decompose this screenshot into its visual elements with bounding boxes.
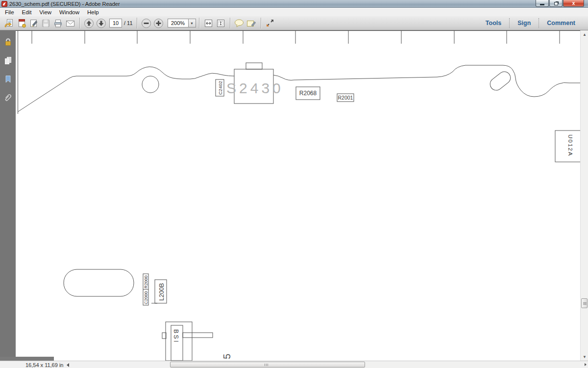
document-page[interactable]: S2430 C2402 R2068 R2001 U012A R2000 C200… <box>16 30 580 361</box>
label-u012a: U012A <box>567 134 573 157</box>
toolbar-right-group: Tools Sign Comment <box>478 16 588 30</box>
triangle-down-icon: ▼ <box>583 355 587 359</box>
slot-cutout <box>488 69 513 93</box>
page-number-input[interactable] <box>109 19 122 27</box>
menu-window[interactable]: Window <box>55 9 83 16</box>
pages-icon <box>4 56 12 65</box>
board-outline-left <box>18 67 234 112</box>
close-icon: x <box>572 0 575 6</box>
save-button[interactable] <box>40 17 52 29</box>
scroll-down-button[interactable]: ▼ <box>581 353 588 361</box>
fit-width-button[interactable] <box>202 17 215 29</box>
window-title: 2630_schem.pdf (SECURED) - Adobe Reader <box>9 1 120 7</box>
minimize-button[interactable] <box>536 0 549 7</box>
toolbar-separator <box>230 18 230 28</box>
fullscreen-icon <box>265 18 275 28</box>
navigation-sidebar <box>0 30 16 361</box>
zoom-level-input[interactable] <box>168 19 188 27</box>
fill-sign-icon <box>29 19 39 28</box>
bookmarks-panel-button[interactable] <box>0 72 16 86</box>
fullscreen-button[interactable] <box>264 17 276 29</box>
page-total-label: / 11 <box>124 20 133 26</box>
schematic-drawing: S2430 C2402 R2068 R2001 U012A R2000 C200… <box>16 30 580 361</box>
menu-help[interactable]: Help <box>83 9 103 16</box>
close-button[interactable]: x <box>563 0 584 7</box>
open-button[interactable] <box>3 17 15 29</box>
battery-outline <box>64 269 134 296</box>
menu-edit[interactable]: Edit <box>18 9 36 16</box>
vertical-scrollbar[interactable]: ▲ ▼ <box>580 30 588 361</box>
pages-panel-button[interactable] <box>0 53 16 68</box>
thumb-grip-icon <box>583 302 587 303</box>
page-border-ticks <box>16 31 580 114</box>
component-s2430-tab <box>246 63 262 69</box>
toolbar-separator <box>261 18 261 28</box>
fit-page-icon <box>216 19 226 28</box>
zoom-out-icon <box>141 18 151 28</box>
sticky-note-icon <box>246 19 257 27</box>
restore-button[interactable] <box>549 0 563 7</box>
menu-bar: File Edit View Window Help <box>0 8 588 16</box>
page-size-readout: 16,54 x 11,69 in <box>25 362 63 368</box>
previous-page-icon <box>84 18 94 28</box>
thumb-grip-icon <box>265 364 265 366</box>
menu-view[interactable]: View <box>35 9 55 16</box>
toolbar: / 11 ▼ <box>0 16 588 30</box>
zoom-in-button[interactable] <box>152 17 165 29</box>
triangle-up-icon: ▲ <box>583 32 587 37</box>
sticky-note-button[interactable] <box>245 17 258 29</box>
security-panel-button[interactable] <box>0 34 16 49</box>
scroll-up-button[interactable]: ▲ <box>581 30 588 38</box>
status-bar: 16,54 x 11,69 in <box>0 361 588 368</box>
next-page-button[interactable] <box>95 17 107 29</box>
toolbar-separator <box>199 18 199 28</box>
attachments-panel-button[interactable] <box>0 90 16 105</box>
splitter-arrow-icon[interactable] <box>67 363 69 367</box>
comment-button[interactable]: Comment <box>539 17 583 29</box>
sign-button[interactable]: Sign <box>510 17 539 29</box>
label-c2402: C2402 <box>218 81 223 95</box>
email-button[interactable] <box>64 17 76 29</box>
lock-icon <box>4 38 12 46</box>
zoom-out-button[interactable] <box>140 17 152 29</box>
toolbar-separator <box>137 18 137 28</box>
create-pdf-button[interactable] <box>15 17 27 29</box>
label-bsi: BSI <box>172 329 179 343</box>
create-pdf-icon <box>17 19 26 28</box>
label-r2068: R2068 <box>299 90 317 97</box>
scroll-right-button[interactable] <box>585 363 587 366</box>
label-r2001: R2001 <box>338 95 353 101</box>
title-bar: 2630_schem.pdf (SECURED) - Adobe Reader … <box>0 0 588 8</box>
mounting-hole <box>142 76 159 93</box>
label-r2000: R2000 <box>144 275 148 289</box>
comment-bubble-button[interactable] <box>233 17 245 29</box>
board-outline-right <box>273 65 580 97</box>
label-s2430: S2430 <box>226 80 284 96</box>
print-icon <box>53 19 63 28</box>
adobe-reader-window: 2630_schem.pdf (SECURED) - Adobe Reader … <box>0 0 588 368</box>
print-button[interactable] <box>52 17 64 29</box>
fit-width-icon <box>203 19 214 28</box>
label-5: 5 <box>221 354 232 359</box>
zoom-dropdown-button[interactable]: ▼ <box>188 19 196 27</box>
open-icon <box>4 19 14 28</box>
next-page-icon <box>96 18 106 28</box>
email-icon <box>65 19 75 27</box>
label-c2000: C2000 <box>144 291 148 304</box>
horizontal-scrollbar-thumb[interactable] <box>170 362 365 368</box>
menu-file[interactable]: File <box>1 9 18 16</box>
bsi-right-bar <box>183 333 213 338</box>
comment-bubble-icon <box>234 19 245 27</box>
restore-icon <box>554 2 558 5</box>
vertical-scrollbar-thumb[interactable] <box>581 298 588 308</box>
minimize-icon <box>540 4 544 5</box>
previous-page-button[interactable] <box>83 17 95 29</box>
bookmark-icon <box>4 75 12 83</box>
horizontal-scrollbar[interactable] <box>169 362 580 368</box>
toolbar-separator <box>79 18 80 28</box>
fit-page-button[interactable] <box>215 17 227 29</box>
tools-button[interactable]: Tools <box>478 17 509 29</box>
zoom-in-icon <box>153 18 164 28</box>
pdf-app-icon <box>1 1 7 7</box>
fill-sign-button[interactable] <box>27 17 40 29</box>
